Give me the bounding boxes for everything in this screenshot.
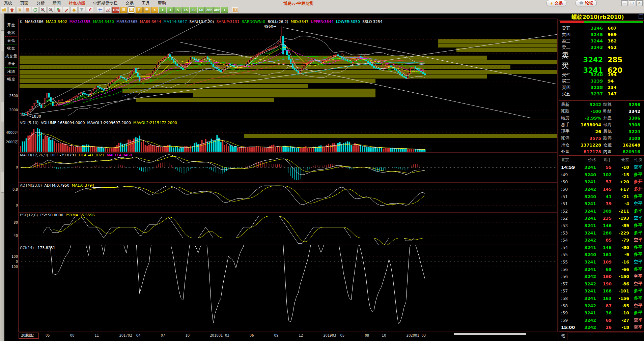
menu-分析[interactable]: 分析 [32,0,49,6]
whats-new-icon[interactable] [86,7,93,13]
field-label-持仓[interactable]: 持仓 [4,60,18,67]
tick-row[interactable]: :573241168-101多平 [559,287,644,295]
period-button-Tick[interactable]: Tick [112,7,119,13]
draw-line-icon[interactable] [63,7,70,13]
tick-row[interactable]: :54324285-79空平 [559,237,644,244]
period-button-3[interactable]: 3 [167,7,174,13]
field-label-涨跌[interactable]: 涨跌 [4,68,18,75]
trend-chart-icon[interactable] [105,7,112,13]
period-button-30[interactable]: 30 [190,7,197,13]
x-axis-tick: 04 [136,334,141,337]
menu-新闻[interactable]: 新闻 [49,0,65,6]
menu-系统[interactable]: 系统 [0,0,16,6]
period-button-15[interactable]: 15 [182,7,189,13]
field-label-最高[interactable]: 最高 [4,29,18,36]
period-button-2hr[interactable]: 2hr [205,7,213,13]
period-button-Y[interactable]: Y [221,7,228,13]
tick-row[interactable]: :59324269-27空平 [559,316,644,324]
period-button-5[interactable]: 5 [174,7,181,13]
tick-row[interactable]: :553240161-9多平 [559,251,644,258]
adtm-indicator-header: ADTM(23,8)ADTM:0.7950MA1:0.3794 [20,183,96,188]
period-button-X[interactable]: X [151,7,158,13]
alert-icon[interactable] [71,7,78,13]
field-label-幅度[interactable]: 幅度 [4,76,18,83]
tick-row[interactable]: :543241146-80多平 [559,244,644,251]
tick-column-价格: 价格 [577,157,596,163]
home-icon[interactable] [8,7,16,13]
zoom-out-icon[interactable] [47,7,54,13]
quote-table-icon[interactable] [97,7,104,13]
field-label-最低[interactable]: 最低 [4,37,18,44]
news-icon[interactable] [16,7,23,13]
period-button-60[interactable]: 60 [198,7,205,13]
tick-row[interactable]: :50324157+20多开 [559,178,644,186]
y-axis-label: 80 [4,221,18,224]
period-button-周[interactable]: 周 [128,7,135,13]
period-button-日[interactable]: 日 [120,7,127,13]
tick-row[interactable]: :573242190-86空平 [559,280,644,288]
info-mine-icon[interactable] [24,7,31,13]
menu-特色功能[interactable]: 特色功能 [65,0,89,6]
tick-row[interactable]: :533241280-229多平 [559,229,644,237]
tick-row[interactable]: :523241309-211多平 [559,208,644,215]
tick-row[interactable]: :56324169-66多平 [559,266,644,273]
y-axis-label: 4000万 [4,130,18,135]
book-row-卖五[interactable]: 卖五3246607 [559,25,644,31]
x-axis-tick: 08 [70,334,75,337]
period-button-月[interactable]: 月 [136,7,143,13]
book-row-卖四[interactable]: 卖四3245969 [559,31,644,38]
minimize-button[interactable]: — [621,0,628,6]
tick-row[interactable]: :553241109-16空平 [559,258,644,266]
tick-row[interactable]: :51324139-4空平 [559,200,644,208]
trade-button[interactable]: 交易 [547,0,566,6]
tick-row[interactable]: :493240102-15多平 [559,171,644,179]
menu-中辉期货专栏[interactable]: 中辉期货专栏 [89,0,121,6]
book-row-卖三[interactable]: 卖三3244382 [559,38,644,44]
book-row-卖二[interactable]: 卖二3243452 [559,44,644,51]
field-label-成交量[interactable]: 成交量 [4,53,18,59]
tick-row[interactable]: :523241235-193空平 [559,215,644,222]
chart-scrollbar[interactable] [454,333,526,335]
menu-交易[interactable]: 交易 [121,0,138,6]
tick-note-box[interactable] [567,333,643,340]
overlay-icon[interactable] [55,7,62,13]
panel-corner-icon[interactable] [639,14,643,19]
playback-icon[interactable] [232,7,239,13]
tick-row[interactable]: :563242160-150空平 [559,273,644,280]
toolbar: Tick日周月季X1351530602hr4hrY [0,6,644,13]
tick-row[interactable]: :59324136-10多平 [559,309,644,317]
tick-row[interactable]: :533241146-89多平 [559,222,644,229]
tick-column-北京: 北京 [561,157,577,163]
field-label-收盘[interactable]: 收盘 [4,45,18,52]
book-row-买四[interactable]: 买四3238234 [559,84,644,91]
tick-list[interactable]: 14:59324155-10空平:493240102-15多平:50324157… [559,164,644,331]
tick-row[interactable]: 14:59324155-10空平 [559,164,644,171]
tick-row[interactable]: :583241163-156多平 [559,295,644,302]
book-row-买三[interactable]: 买三323994 [559,78,644,84]
forum-button[interactable]: 论坛 [576,0,597,6]
zoom-in-icon[interactable] [39,7,47,13]
macd-indicator-header: MACD(12,26,9)DIFF:-39.0791DEA:-41.1021MA… [20,153,134,157]
filter-icon[interactable] [78,7,85,13]
tick-row[interactable]: :58324287-85空平 [559,302,644,309]
left-dock-strip[interactable] [0,13,4,341]
period-button-1[interactable]: 1 [159,7,166,13]
y-axis-label: 40 [4,234,18,238]
open-folder-icon[interactable] [1,7,8,13]
book-row-买二[interactable]: 买二3240194 [559,71,644,78]
tick-row[interactable]: :51324041-21多平 [559,193,644,200]
period-button-4hr[interactable]: 4hr [213,7,220,13]
field-label-开盘[interactable]: 开盘 [4,22,18,28]
menu-工具[interactable]: 工具 [138,0,154,6]
chart-canvas[interactable]: 4960→1830 [4,13,559,341]
tick-row[interactable]: :503242145+17多开 [559,186,644,193]
close-button[interactable]: × [636,0,643,6]
book-row-买五[interactable]: 买五3237147 [559,91,644,97]
menu-帮助[interactable]: 帮助 [154,0,170,6]
tick-row[interactable]: 15:00324226-18空平 [559,324,644,331]
menu-页面[interactable]: 页面 [16,0,32,6]
refresh-icon[interactable] [32,7,39,13]
book-row-卖一[interactable]: 卖一3242285 [559,51,644,61]
maximize-button[interactable]: □ [629,0,635,6]
period-button-季[interactable]: 季 [143,7,150,13]
